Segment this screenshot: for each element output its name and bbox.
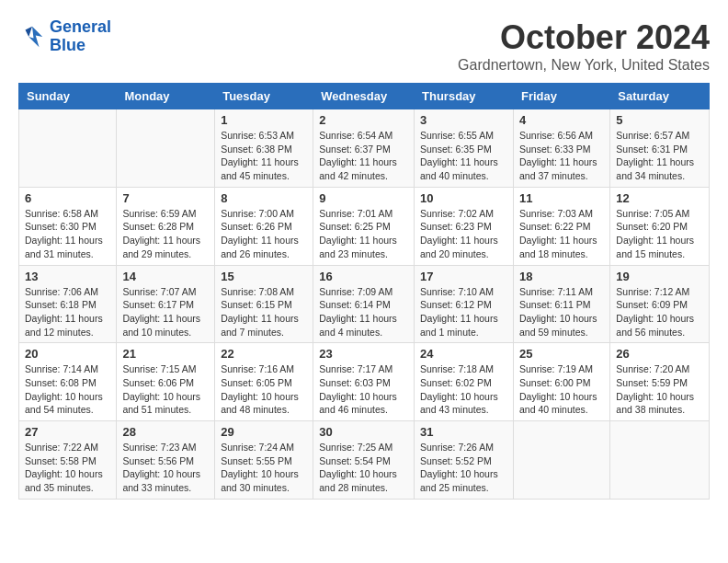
day-info: Sunrise: 7:16 AM Sunset: 6:05 PM Dayligh… <box>221 362 307 417</box>
header-row: SundayMondayTuesdayWednesdayThursdayFrid… <box>19 84 710 109</box>
day-cell: 21Sunrise: 7:15 AM Sunset: 6:06 PM Dayli… <box>117 343 215 421</box>
title-block: October 2024 Gardnertown, New York, Unit… <box>458 18 710 74</box>
header-cell-monday: Monday <box>117 84 215 109</box>
day-info: Sunrise: 7:05 AM Sunset: 6:20 PM Dayligh… <box>616 207 703 261</box>
day-number: 21 <box>122 347 209 361</box>
day-number: 2 <box>319 113 408 127</box>
day-cell: 16Sunrise: 7:09 AM Sunset: 6:14 PM Dayli… <box>313 265 415 343</box>
day-number: 22 <box>221 347 307 361</box>
day-cell: 30Sunrise: 7:25 AM Sunset: 5:54 PM Dayli… <box>313 421 415 500</box>
day-cell: 9Sunrise: 7:01 AM Sunset: 6:25 PM Daylig… <box>313 187 415 265</box>
day-cell: 2Sunrise: 6:54 AM Sunset: 6:37 PM Daylig… <box>313 109 415 188</box>
day-number: 17 <box>420 270 507 283</box>
day-cell: 27Sunrise: 7:22 AM Sunset: 5:58 PM Dayli… <box>19 421 117 500</box>
header-cell-friday: Friday <box>513 84 609 109</box>
day-info: Sunrise: 7:12 AM Sunset: 6:09 PM Dayligh… <box>616 285 703 339</box>
day-number: 14 <box>122 270 209 283</box>
day-info: Sunrise: 6:58 AM Sunset: 6:30 PM Dayligh… <box>25 207 110 261</box>
day-cell: 17Sunrise: 7:10 AM Sunset: 6:12 PM Dayli… <box>415 265 514 343</box>
day-number: 13 <box>25 270 110 283</box>
day-number: 27 <box>25 425 110 439</box>
day-info: Sunrise: 7:23 AM Sunset: 5:56 PM Dayligh… <box>122 441 209 495</box>
week-row-4: 20Sunrise: 7:14 AM Sunset: 6:08 PM Dayli… <box>19 343 710 421</box>
day-number: 11 <box>519 191 604 205</box>
svg-marker-1 <box>26 27 33 37</box>
day-info: Sunrise: 6:57 AM Sunset: 6:31 PM Dayligh… <box>616 129 703 183</box>
week-row-5: 27Sunrise: 7:22 AM Sunset: 5:58 PM Dayli… <box>19 421 710 500</box>
day-info: Sunrise: 7:25 AM Sunset: 5:54 PM Dayligh… <box>319 441 408 495</box>
logo-line2: Blue <box>50 36 85 54</box>
day-info: Sunrise: 7:17 AM Sunset: 6:03 PM Dayligh… <box>319 362 408 417</box>
day-number: 5 <box>616 113 703 127</box>
day-info: Sunrise: 7:20 AM Sunset: 5:59 PM Dayligh… <box>616 362 703 417</box>
day-info: Sunrise: 7:26 AM Sunset: 5:52 PM Dayligh… <box>420 441 507 495</box>
day-cell: 15Sunrise: 7:08 AM Sunset: 6:15 PM Dayli… <box>215 265 313 343</box>
day-number: 29 <box>221 425 307 439</box>
day-info: Sunrise: 6:54 AM Sunset: 6:37 PM Dayligh… <box>319 129 408 183</box>
day-info: Sunrise: 7:01 AM Sunset: 6:25 PM Dayligh… <box>319 207 408 261</box>
day-number: 18 <box>519 270 604 283</box>
day-info: Sunrise: 7:18 AM Sunset: 6:02 PM Dayligh… <box>420 362 507 417</box>
day-cell: 29Sunrise: 7:24 AM Sunset: 5:55 PM Dayli… <box>215 421 313 500</box>
day-number: 31 <box>420 425 507 439</box>
day-info: Sunrise: 7:03 AM Sunset: 6:22 PM Dayligh… <box>519 207 604 261</box>
day-number: 4 <box>519 113 604 127</box>
day-info: Sunrise: 7:06 AM Sunset: 6:18 PM Dayligh… <box>25 285 110 339</box>
day-info: Sunrise: 7:10 AM Sunset: 6:12 PM Dayligh… <box>420 285 507 339</box>
day-number: 25 <box>519 347 604 361</box>
day-number: 7 <box>122 191 209 205</box>
day-cell <box>610 421 710 500</box>
day-info: Sunrise: 7:02 AM Sunset: 6:23 PM Dayligh… <box>420 207 507 261</box>
day-info: Sunrise: 6:59 AM Sunset: 6:28 PM Dayligh… <box>122 207 209 261</box>
day-cell: 10Sunrise: 7:02 AM Sunset: 6:23 PM Dayli… <box>415 187 514 265</box>
day-info: Sunrise: 7:22 AM Sunset: 5:58 PM Dayligh… <box>25 441 110 495</box>
logo-line1: General <box>50 17 111 36</box>
day-info: Sunrise: 7:00 AM Sunset: 6:26 PM Dayligh… <box>221 207 307 261</box>
day-cell <box>513 421 609 500</box>
month-title: October 2024 <box>458 18 710 57</box>
day-cell: 4Sunrise: 6:56 AM Sunset: 6:33 PM Daylig… <box>513 109 609 188</box>
day-number: 3 <box>420 113 507 127</box>
calendar-table: SundayMondayTuesdayWednesdayThursdayFrid… <box>18 83 710 500</box>
day-number: 19 <box>616 270 703 283</box>
day-cell: 11Sunrise: 7:03 AM Sunset: 6:22 PM Dayli… <box>513 187 609 265</box>
day-info: Sunrise: 7:08 AM Sunset: 6:15 PM Dayligh… <box>221 285 307 339</box>
day-cell: 24Sunrise: 7:18 AM Sunset: 6:02 PM Dayli… <box>415 343 514 421</box>
day-cell: 8Sunrise: 7:00 AM Sunset: 6:26 PM Daylig… <box>215 187 313 265</box>
day-cell: 25Sunrise: 7:19 AM Sunset: 6:00 PM Dayli… <box>513 343 609 421</box>
day-number: 6 <box>25 191 110 205</box>
day-cell: 12Sunrise: 7:05 AM Sunset: 6:20 PM Dayli… <box>610 187 710 265</box>
day-number: 9 <box>319 191 408 205</box>
week-row-3: 13Sunrise: 7:06 AM Sunset: 6:18 PM Dayli… <box>19 265 710 343</box>
day-info: Sunrise: 7:07 AM Sunset: 6:17 PM Dayligh… <box>122 285 209 339</box>
header-cell-tuesday: Tuesday <box>215 84 313 109</box>
day-cell: 14Sunrise: 7:07 AM Sunset: 6:17 PM Dayli… <box>117 265 215 343</box>
header-cell-saturday: Saturday <box>610 84 710 109</box>
day-cell: 19Sunrise: 7:12 AM Sunset: 6:09 PM Dayli… <box>610 265 710 343</box>
day-cell: 23Sunrise: 7:17 AM Sunset: 6:03 PM Dayli… <box>313 343 415 421</box>
day-cell: 6Sunrise: 6:58 AM Sunset: 6:30 PM Daylig… <box>19 187 117 265</box>
day-info: Sunrise: 7:19 AM Sunset: 6:00 PM Dayligh… <box>519 362 604 417</box>
day-cell: 26Sunrise: 7:20 AM Sunset: 5:59 PM Dayli… <box>610 343 710 421</box>
day-info: Sunrise: 7:09 AM Sunset: 6:14 PM Dayligh… <box>319 285 408 339</box>
day-cell: 13Sunrise: 7:06 AM Sunset: 6:18 PM Dayli… <box>19 265 117 343</box>
day-cell: 20Sunrise: 7:14 AM Sunset: 6:08 PM Dayli… <box>19 343 117 421</box>
week-row-1: 1Sunrise: 6:53 AM Sunset: 6:38 PM Daylig… <box>19 109 710 188</box>
logo: General Blue <box>18 18 111 55</box>
day-cell: 22Sunrise: 7:16 AM Sunset: 6:05 PM Dayli… <box>215 343 313 421</box>
day-cell <box>19 109 117 188</box>
week-row-2: 6Sunrise: 6:58 AM Sunset: 6:30 PM Daylig… <box>19 187 710 265</box>
calendar-body: 1Sunrise: 6:53 AM Sunset: 6:38 PM Daylig… <box>19 109 710 500</box>
location: Gardnertown, New York, United States <box>458 57 710 74</box>
header-cell-sunday: Sunday <box>19 84 117 109</box>
day-info: Sunrise: 7:24 AM Sunset: 5:55 PM Dayligh… <box>221 441 307 495</box>
logo-icon <box>18 23 46 51</box>
header-cell-wednesday: Wednesday <box>313 84 415 109</box>
logo-text: General Blue <box>50 18 111 55</box>
day-number: 8 <box>221 191 307 205</box>
day-number: 20 <box>25 347 110 361</box>
day-cell <box>117 109 215 188</box>
day-cell: 1Sunrise: 6:53 AM Sunset: 6:38 PM Daylig… <box>215 109 313 188</box>
day-cell: 18Sunrise: 7:11 AM Sunset: 6:11 PM Dayli… <box>513 265 609 343</box>
day-number: 15 <box>221 270 307 283</box>
